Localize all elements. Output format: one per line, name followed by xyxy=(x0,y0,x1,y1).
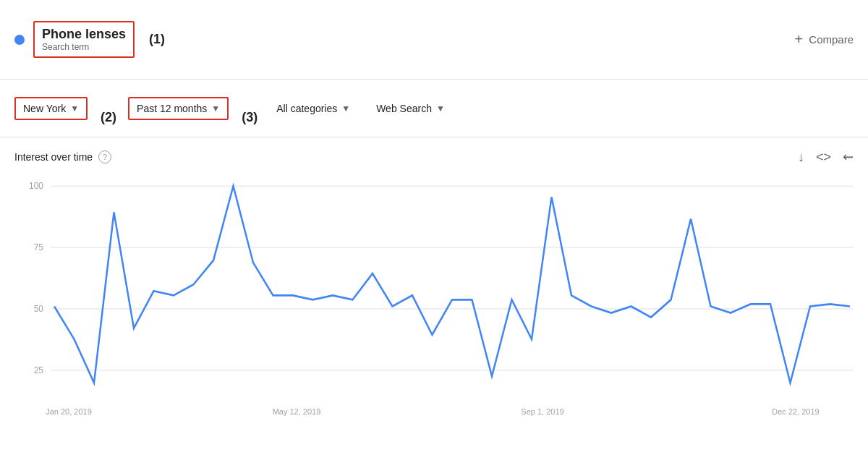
term-number-1: (1) xyxy=(149,32,165,47)
location-dropdown-arrow: ▼ xyxy=(70,103,79,114)
filter-number-2: (2) xyxy=(101,110,116,128)
header: Phone lenses Search term (1) + Compare xyxy=(0,0,868,80)
chart-header: Interest over time ? ↓ <> ⇜ xyxy=(14,149,854,165)
compare-button[interactable]: + Compare xyxy=(795,31,854,48)
search-type-label: Web Search xyxy=(376,103,432,114)
search-term-box[interactable]: Phone lenses Search term xyxy=(33,21,135,58)
compare-label: Compare xyxy=(809,33,854,46)
svg-text:50: 50 xyxy=(34,304,43,314)
filters-bar: New York ▼ (2) Past 12 months ▼ (3) All … xyxy=(0,80,868,137)
search-term-container: Phone lenses Search term (1) xyxy=(14,21,165,58)
interest-over-time-chart: 100 75 50 25 Jan 20, 2019 May 12, 2019 S… xyxy=(14,171,854,424)
share-icon[interactable]: ⇜ xyxy=(843,149,854,165)
compare-plus-icon: + xyxy=(795,31,804,48)
time-range-filter[interactable]: Past 12 months ▼ xyxy=(128,97,229,120)
download-icon[interactable]: ↓ xyxy=(798,150,804,165)
svg-text:100: 100 xyxy=(29,181,43,191)
location-filter[interactable]: New York ▼ xyxy=(14,97,88,120)
svg-text:25: 25 xyxy=(34,365,43,375)
chart-title: Interest over time xyxy=(14,151,93,163)
search-type-filter[interactable]: Web Search ▼ xyxy=(369,98,452,119)
category-dropdown-arrow: ▼ xyxy=(341,103,350,114)
help-icon[interactable]: ? xyxy=(98,150,111,163)
search-dot-indicator xyxy=(14,35,25,45)
category-filter[interactable]: All categories ▼ xyxy=(269,98,357,119)
search-type-dropdown-arrow: ▼ xyxy=(436,103,445,114)
search-term-sublabel: Search term xyxy=(42,42,126,52)
svg-text:Dec 22, 2019: Dec 22, 2019 xyxy=(772,407,819,416)
embed-icon[interactable]: <> xyxy=(816,150,831,165)
time-range-dropdown-arrow: ▼ xyxy=(211,103,220,114)
svg-text:Sep 1, 2019: Sep 1, 2019 xyxy=(521,407,563,416)
location-label: New York xyxy=(23,103,66,114)
chart-title-row: Interest over time ? xyxy=(14,150,111,163)
filter-number-3: (3) xyxy=(242,110,258,128)
category-label: All categories xyxy=(276,103,337,114)
search-term-text: Phone lenses xyxy=(42,27,126,42)
svg-text:Jan 20, 2019: Jan 20, 2019 xyxy=(46,407,92,416)
chart-actions: ↓ <> ⇜ xyxy=(798,149,854,165)
chart-section: Interest over time ? ↓ <> ⇜ 100 75 50 25 xyxy=(0,137,868,424)
time-range-label: Past 12 months xyxy=(137,103,207,114)
svg-text:May 12, 2019: May 12, 2019 xyxy=(273,407,321,416)
svg-text:75: 75 xyxy=(34,242,43,252)
